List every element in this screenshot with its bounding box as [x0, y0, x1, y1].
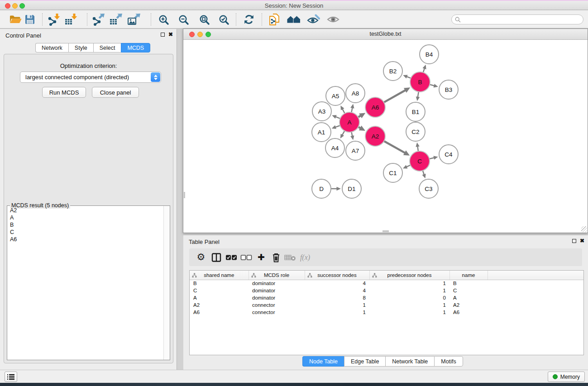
- cell-predecessor-nodes[interactable]: 1: [369, 287, 449, 294]
- run-mcds-button[interactable]: Run MCDS: [42, 87, 86, 98]
- node-C2[interactable]: C2: [406, 122, 425, 141]
- cell-name[interactable]: C: [449, 287, 488, 294]
- cell-predecessor-nodes[interactable]: 0: [369, 294, 449, 301]
- new-network-from-selection-button[interactable]: [267, 12, 283, 27]
- birdseye-view-button[interactable]: [325, 12, 341, 27]
- float-panel-icon[interactable]: [161, 33, 165, 37]
- cell-shared-name[interactable]: B: [190, 280, 249, 287]
- apply-function-button[interactable]: f(x): [298, 250, 312, 264]
- cell-predecessor-nodes[interactable]: 1: [369, 301, 449, 309]
- mcds-result-item[interactable]: A6: [7, 236, 163, 243]
- table-row[interactable]: A6connector11A6: [190, 309, 584, 316]
- cell-successor-nodes[interactable]: 4: [305, 287, 369, 294]
- tab-select[interactable]: Select: [93, 43, 121, 52]
- node-A2[interactable]: A2: [365, 126, 385, 146]
- destroy-table-button[interactable]: [283, 250, 297, 264]
- cell-predecessor-nodes[interactable]: 1: [369, 309, 449, 316]
- node-B1[interactable]: B1: [406, 102, 425, 121]
- cell-MCDS-role[interactable]: dominator: [249, 294, 305, 301]
- tab-edge-table[interactable]: Edge Table: [344, 356, 385, 367]
- node-C4[interactable]: C4: [439, 145, 458, 164]
- cell-shared-name[interactable]: C: [190, 287, 249, 294]
- mcds-result-item[interactable]: C: [7, 229, 163, 236]
- node-A4[interactable]: A4: [325, 138, 344, 157]
- export-network-button[interactable]: [90, 12, 106, 27]
- node-A3[interactable]: A3: [312, 102, 331, 121]
- show-columns-button[interactable]: [209, 250, 224, 264]
- float-table-panel-icon[interactable]: [572, 239, 576, 243]
- node-C[interactable]: C: [410, 151, 430, 171]
- column-header-successor-nodes[interactable]: successor nodes: [305, 271, 369, 280]
- zoom-selected-button[interactable]: [215, 12, 232, 27]
- node-B2[interactable]: B2: [383, 62, 402, 81]
- cell-name[interactable]: A: [449, 294, 488, 301]
- show-graphics-details-button[interactable]: [305, 12, 321, 27]
- node-A6[interactable]: A6: [365, 97, 385, 117]
- cell-shared-name[interactable]: A6: [190, 309, 249, 316]
- edge-A6-B[interactable]: [383, 90, 406, 102]
- node-A[interactable]: A: [339, 112, 359, 132]
- tab-mcds[interactable]: MCDS: [121, 43, 150, 52]
- node-A7[interactable]: A7: [346, 141, 365, 160]
- cell-name[interactable]: A6: [449, 309, 488, 316]
- tab-network[interactable]: Network: [35, 43, 68, 52]
- zoom-out-button[interactable]: [175, 12, 191, 27]
- export-image-button[interactable]: [126, 12, 142, 27]
- mcds-result-item[interactable]: A: [7, 214, 163, 221]
- node-B[interactable]: B: [410, 72, 430, 92]
- refresh-button[interactable]: [241, 12, 257, 27]
- zoom-fit-button[interactable]: [196, 12, 212, 27]
- search-field[interactable]: [451, 14, 583, 24]
- table-row[interactable]: Adominator80A: [190, 294, 584, 301]
- node-C1[interactable]: C1: [383, 163, 402, 182]
- node-A5[interactable]: A5: [326, 86, 345, 105]
- mcds-result-scrollbar[interactable]: [163, 206, 170, 360]
- cell-MCDS-role[interactable]: connector: [249, 309, 305, 316]
- delete-rows-button[interactable]: [269, 250, 283, 264]
- bottom-scroll-thumb[interactable]: [382, 230, 389, 232]
- node-C3[interactable]: C3: [419, 179, 438, 198]
- table-row[interactable]: Bdominator41B: [190, 280, 584, 287]
- cell-shared-name[interactable]: A2: [190, 301, 249, 309]
- node-D1[interactable]: D1: [342, 179, 361, 198]
- node-D[interactable]: D: [312, 179, 331, 198]
- search-input[interactable]: [463, 15, 583, 24]
- close-panel-icon[interactable]: ✖: [168, 32, 173, 37]
- table-row[interactable]: Cdominator41C: [190, 287, 584, 294]
- cell-successor-nodes[interactable]: 8: [305, 294, 369, 301]
- node-B3[interactable]: B3: [439, 80, 458, 99]
- tab-style[interactable]: Style: [68, 43, 93, 52]
- cell-name[interactable]: A2: [449, 301, 488, 309]
- select-all-button[interactable]: [224, 250, 239, 264]
- close-table-panel-icon[interactable]: ✖: [580, 238, 584, 243]
- memory-button[interactable]: Memory: [548, 372, 585, 382]
- save-session-button[interactable]: [22, 12, 38, 27]
- tab-motifs[interactable]: Motifs: [434, 356, 463, 367]
- cell-name[interactable]: B: [449, 280, 488, 287]
- column-settings-button[interactable]: ⚙: [194, 250, 208, 264]
- cell-successor-nodes[interactable]: 1: [305, 301, 369, 309]
- column-header-MCDS-role[interactable]: MCDS role: [249, 271, 305, 280]
- tab-node-table[interactable]: Node Table: [302, 356, 344, 367]
- open-session-button[interactable]: [7, 12, 24, 27]
- tab-network-table[interactable]: Network Table: [385, 356, 434, 367]
- column-header-name[interactable]: name: [449, 271, 488, 280]
- criterion-select[interactable]: largest connected component (directed): [20, 71, 161, 83]
- node-A1[interactable]: A1: [312, 123, 331, 142]
- add-row-button[interactable]: ✚: [254, 250, 268, 264]
- mcds-result-item[interactable]: B: [7, 221, 163, 229]
- node-B4[interactable]: B4: [420, 45, 439, 64]
- network-canvas[interactable]: B4B2BB3A5A8A6B1A3AC2A1A2A4A7C4CC1C3DD1: [183, 40, 588, 233]
- cell-MCDS-role[interactable]: dominator: [249, 280, 305, 287]
- home-button[interactable]: [286, 12, 302, 27]
- resize-grip[interactable]: [581, 226, 587, 232]
- cell-predecessor-nodes[interactable]: 1: [369, 280, 449, 287]
- import-network-button[interactable]: [46, 12, 62, 27]
- export-table-button[interactable]: [108, 12, 124, 27]
- cell-successor-nodes[interactable]: 4: [305, 280, 369, 287]
- table-row[interactable]: A2connector11A2: [190, 301, 584, 309]
- edge-A2-C[interactable]: [383, 141, 405, 153]
- unselect-all-button[interactable]: [239, 250, 253, 264]
- cell-MCDS-role[interactable]: connector: [249, 301, 305, 309]
- column-header-predecessor-nodes[interactable]: predecessor nodes: [369, 271, 449, 280]
